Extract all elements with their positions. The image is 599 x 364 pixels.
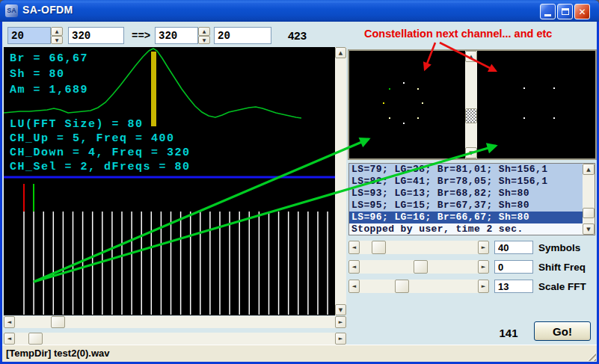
arrow-right-icon: ►	[339, 319, 342, 325]
close-button[interactable]: ✕	[574, 4, 590, 19]
fft-info-line: Br = 66,67	[10, 51, 88, 67]
arrow-left-icon: ◄	[352, 283, 356, 289]
scroll-right-button[interactable]: ►	[335, 333, 346, 345]
maximize-icon	[562, 8, 569, 15]
fft-info-bottom: LU(FFT Size) = 80CH_Up = 5, Freq = 400CH…	[10, 117, 191, 174]
scroll-left-button[interactable]: ◄	[4, 333, 15, 345]
scroll-down-button[interactable]: ▼	[465, 147, 477, 158]
scroll-down-button[interactable]: ▼	[583, 223, 595, 235]
arrow-right-icon: ►	[482, 264, 485, 270]
list-item[interactable]: Stopped by user, time 2 sec.	[349, 223, 583, 235]
spin-down-button[interactable]: ▼	[198, 36, 210, 45]
scroll-thumb[interactable]	[465, 108, 477, 123]
constellation-point	[383, 102, 384, 104]
scale-fft-label: Scale FFT	[538, 281, 586, 292]
minimize-icon	[544, 14, 551, 16]
scroll-right-button[interactable]: ►	[478, 241, 489, 254]
spin-up-button[interactable]: ▲	[51, 27, 63, 36]
scroll-down-button[interactable]: ▼	[335, 304, 346, 315]
fft-vertical-scrollbar[interactable]: ▲▼	[335, 47, 346, 315]
window-title: SA-OFDM	[22, 4, 73, 16]
scroll-left-button[interactable]: ◄	[348, 260, 360, 274]
spin-up-icon: ▲	[55, 28, 59, 34]
constellation-point	[417, 88, 419, 90]
scroll-thumb[interactable]	[51, 316, 65, 328]
constellation-point	[417, 117, 419, 119]
channel-spinner-right-input[interactable]	[155, 27, 198, 44]
scroll-up-button[interactable]: ▲	[335, 47, 346, 58]
symbols-slider[interactable]: ◄►	[348, 241, 489, 254]
symbols-value-input[interactable]	[494, 241, 533, 254]
constellation-point	[523, 87, 525, 89]
arrow-down-icon: ▼	[469, 150, 473, 156]
fft-display-panel: Br = 66,67Sh = 80Am = 1,689 LU(FFT Size)…	[4, 47, 335, 315]
spin-up-button[interactable]: ▲	[198, 27, 210, 36]
constellation-point	[422, 102, 423, 104]
arrow-right-icon: ►	[482, 283, 485, 289]
symbols-label: Symbols	[538, 242, 580, 253]
close-icon: ✕	[578, 7, 586, 16]
file-position-scrollbar[interactable]: ◄►	[4, 333, 346, 345]
constellation-point	[403, 82, 405, 84]
freq-right-input[interactable]	[214, 27, 271, 44]
scroll-left-button[interactable]: ◄	[348, 280, 360, 293]
results-listbox[interactable]: LS=79; LG=38; Br=81,01; Sh=156,1LS=82; L…	[348, 163, 595, 235]
arrow-up-icon: ▲	[586, 167, 590, 173]
mapping-arrow-label: ==>	[132, 30, 150, 42]
scroll-thumb[interactable]	[372, 241, 386, 254]
scroll-right-button[interactable]: ►	[478, 260, 489, 274]
list-item[interactable]: LS=96; LG=16; Br=66,67; Sh=80	[349, 212, 583, 223]
list-item[interactable]: LS=79; LG=38; Br=81,01; Sh=156,1	[349, 164, 583, 176]
spin-up-icon: ▲	[203, 28, 206, 34]
title-bar[interactable]: SA SA-OFDM ✕	[0, 0, 599, 22]
scale-fft-value-input[interactable]	[494, 280, 533, 293]
scroll-thumb[interactable]	[414, 260, 428, 274]
results-list-rows: LS=79; LG=38; Br=81,01; Sh=156,1LS=82; L…	[349, 164, 583, 235]
constellation-point	[553, 117, 555, 119]
fft-info-top: Br = 66,67Sh = 80Am = 1,689	[10, 51, 88, 98]
list-item[interactable]: LS=82; LG=41; Br=78,05; Sh=156,1	[349, 176, 583, 188]
spin-down-icon: ▼	[55, 37, 59, 43]
scale-fft-slider[interactable]: ◄►	[348, 280, 489, 293]
minimize-button[interactable]	[540, 4, 556, 19]
scroll-thumb[interactable]	[395, 280, 409, 293]
status-text: [TempDir] test2(0).wav	[6, 348, 109, 359]
channel-spinner-left-input[interactable]	[7, 27, 51, 44]
arrow-left-icon: ◄	[7, 319, 11, 325]
go-button[interactable]: Go!	[534, 321, 591, 341]
scroll-left-button[interactable]: ◄	[4, 316, 15, 328]
fft-info-line: CH_Up = 5, Freq = 400	[10, 132, 191, 146]
list-item[interactable]: LS=93; LG=13; Br=68,82; Sh=80	[349, 188, 583, 200]
channel-spinner-left: ▲ ▼	[7, 27, 63, 44]
peak-marker	[151, 52, 156, 126]
constellation-panel-left	[349, 51, 465, 158]
channel-spinner-right: ▲ ▼	[155, 27, 210, 44]
spectrum-horizontal-scrollbar[interactable]: ◄►	[4, 316, 346, 328]
status-bar: [TempDir] test2(0).wav	[2, 345, 597, 362]
freq-left-input[interactable]	[68, 27, 124, 44]
fft-info-line: LU(FFT Size) = 80	[10, 117, 191, 132]
list-scrollbar[interactable]: ▲▼	[583, 164, 595, 235]
shift-freq-slider[interactable]: ◄►	[348, 260, 489, 274]
scroll-thumb[interactable]	[28, 333, 43, 345]
scroll-left-button[interactable]: ◄	[348, 241, 360, 254]
spin-down-button[interactable]: ▼	[51, 36, 63, 45]
list-item[interactable]: LS=95; LG=15; Br=67,37; Sh=80	[349, 200, 583, 212]
resize-grip-icon[interactable]	[586, 351, 596, 361]
scroll-up-button[interactable]: ▲	[465, 51, 477, 62]
scroll-thumb[interactable]	[583, 208, 595, 218]
scroll-up-button[interactable]: ▲	[583, 164, 595, 175]
scroll-right-button[interactable]: ►	[335, 316, 346, 328]
constellation-point	[523, 117, 525, 119]
shift-freq-label: Shift Freq	[538, 262, 586, 273]
arrow-left-icon: ◄	[352, 244, 356, 250]
arrow-left-icon: ◄	[352, 264, 356, 270]
sample-count-label: 423	[288, 29, 307, 42]
app-icon-label: SA	[7, 7, 16, 14]
shift-freq-value-input[interactable]	[494, 260, 533, 274]
arrow-right-icon: ►	[482, 244, 485, 250]
app-icon: SA	[5, 4, 18, 17]
maximize-button[interactable]	[557, 4, 573, 19]
scroll-right-button[interactable]: ►	[478, 280, 489, 293]
constellation-scrollbar[interactable]: ▲▼	[465, 51, 477, 158]
